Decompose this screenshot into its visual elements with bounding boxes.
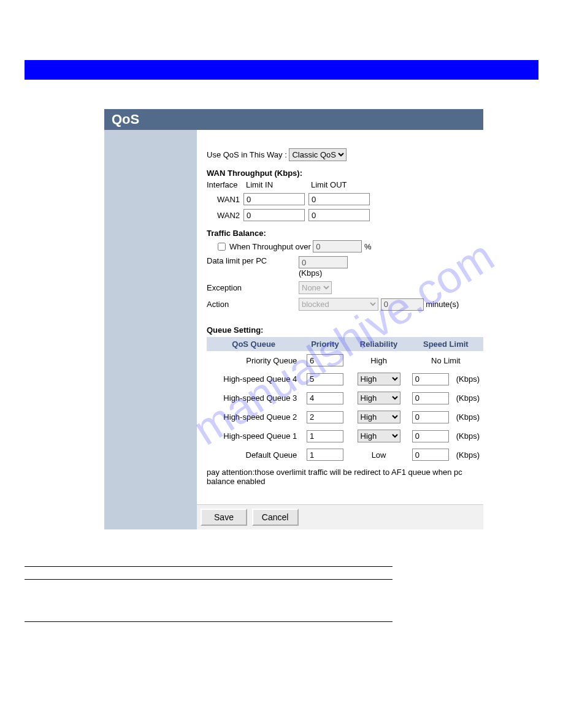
priority-input[interactable] bbox=[307, 354, 343, 366]
wan-col-out: Limit OUT bbox=[311, 180, 347, 189]
kbps-label: (Kbps) bbox=[453, 427, 483, 446]
qos-panel: QoS Use QoS in This Way : Classic QoS WA… bbox=[104, 109, 483, 529]
queue-th-queue: QoS Queue bbox=[207, 337, 301, 351]
panel-title: QoS bbox=[104, 109, 483, 130]
table-row: High-speed Queue 4 High (Kbps) bbox=[207, 370, 483, 389]
queue-heading: Queue Setting: bbox=[207, 325, 483, 335]
save-button[interactable]: Save bbox=[201, 509, 247, 526]
queue-name: High-speed Queue 2 bbox=[207, 408, 301, 427]
button-bar: Save Cancel bbox=[197, 504, 483, 529]
when-throughput-unit: % bbox=[364, 242, 372, 251]
kbps-label: (Kbps) bbox=[453, 408, 483, 427]
kbps-label: (Kbps) bbox=[453, 446, 483, 464]
wan2-limit-in-input[interactable] bbox=[243, 209, 305, 221]
use-qos-select[interactable]: Classic QoS bbox=[289, 148, 347, 161]
datalimit-unit: (Kbps) bbox=[299, 268, 322, 278]
action-minutes-input bbox=[381, 298, 424, 311]
use-qos-label: Use QoS in This Way : bbox=[207, 150, 287, 159]
kbps-label: (Kbps) bbox=[453, 389, 483, 408]
queue-name: High-speed Queue 1 bbox=[207, 427, 301, 446]
queue-name: Default Queue bbox=[207, 446, 301, 464]
when-throughput-checkbox[interactable] bbox=[218, 243, 226, 251]
reliability-select[interactable]: High bbox=[358, 373, 400, 385]
speedlimit-input[interactable] bbox=[412, 392, 449, 404]
queue-table: QoS Queue Priority Reliability Speed Lim… bbox=[207, 337, 483, 464]
wan-col-in: Limit IN bbox=[246, 180, 311, 189]
wan2-limit-out-input[interactable] bbox=[308, 209, 370, 221]
content-area: Use QoS in This Way : Classic QoS WAN Th… bbox=[197, 130, 483, 529]
speedlimit-input[interactable] bbox=[412, 430, 449, 442]
queue-th-reliability: Reliability bbox=[349, 337, 408, 351]
desc-cell bbox=[25, 580, 125, 622]
reliability-select[interactable]: High bbox=[358, 411, 400, 423]
priority-input[interactable] bbox=[307, 392, 343, 404]
action-unit: minute(s) bbox=[426, 300, 459, 309]
wan1-limit-in-input[interactable] bbox=[243, 193, 305, 205]
queue-th-priority: Priority bbox=[301, 337, 349, 351]
left-sidebar bbox=[104, 130, 197, 529]
desc-cell bbox=[25, 567, 125, 580]
wan1-limit-out-input[interactable] bbox=[308, 193, 370, 205]
queue-name: High-speed Queue 4 bbox=[207, 370, 301, 389]
speedlimit-text: No Limit bbox=[408, 351, 483, 370]
queue-name: Priority Queue bbox=[207, 351, 301, 370]
wan-col-interface: Interface bbox=[207, 180, 246, 189]
desc-cell bbox=[125, 580, 393, 622]
table-row: High-speed Queue 3 High (Kbps) bbox=[207, 389, 483, 408]
datalimit-input bbox=[299, 256, 348, 268]
action-label: Action bbox=[207, 300, 299, 309]
speedlimit-input[interactable] bbox=[412, 449, 449, 461]
reliability-select[interactable]: High bbox=[358, 430, 400, 442]
when-throughput-input bbox=[313, 240, 362, 252]
reliability-text: Low bbox=[349, 446, 408, 464]
exception-label: Exception bbox=[207, 283, 299, 292]
top-blue-bar bbox=[25, 60, 538, 80]
wan1-label: WAN1 bbox=[207, 195, 243, 204]
table-row: Priority Queue High No Limit bbox=[207, 351, 483, 370]
wan2-label: WAN2 bbox=[207, 211, 243, 220]
desc-cell bbox=[125, 567, 393, 580]
datalimit-label: Data limit per PC bbox=[207, 256, 299, 265]
traffic-heading: Traffic Balance: bbox=[207, 229, 483, 238]
reliability-text: High bbox=[349, 351, 408, 370]
speedlimit-input[interactable] bbox=[412, 411, 449, 423]
speedlimit-input[interactable] bbox=[412, 373, 449, 385]
priority-input[interactable] bbox=[307, 430, 343, 442]
reliability-select[interactable]: High bbox=[358, 392, 400, 404]
table-row: High-speed Queue 1 High (Kbps) bbox=[207, 427, 483, 446]
priority-input[interactable] bbox=[307, 373, 343, 385]
table-row: Default Queue Low (Kbps) bbox=[207, 446, 483, 464]
priority-input[interactable] bbox=[307, 411, 343, 423]
priority-input[interactable] bbox=[307, 449, 343, 461]
queue-name: High-speed Queue 3 bbox=[207, 389, 301, 408]
queue-th-speedlimit: Speed Limit bbox=[408, 337, 483, 351]
action-select: blocked bbox=[299, 298, 378, 311]
exception-select: None bbox=[299, 281, 332, 294]
cancel-button[interactable]: Cancel bbox=[252, 509, 299, 526]
description-table bbox=[25, 566, 393, 622]
table-row: High-speed Queue 2 High (Kbps) bbox=[207, 408, 483, 427]
queue-note: pay attention:those overlimit traffic wi… bbox=[207, 468, 473, 486]
wan-heading: WAN Throughput (Kbps): bbox=[207, 169, 483, 178]
kbps-label: (Kbps) bbox=[453, 370, 483, 389]
when-throughput-label: When Throughput over bbox=[229, 242, 311, 251]
